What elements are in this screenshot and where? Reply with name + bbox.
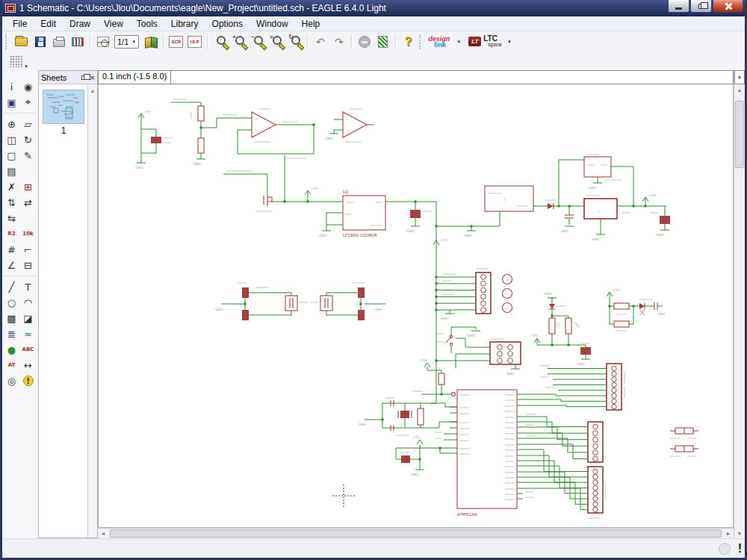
tool-delete[interactable]: ✗ — [4, 179, 19, 194]
sheet-thumbnail[interactable] — [43, 90, 84, 124]
zoom-out-button[interactable]: − — [249, 33, 266, 50]
stop-button[interactable] — [356, 33, 373, 50]
horizontal-scroll-thumb[interactable] — [110, 529, 722, 538]
tool-show[interactable]: ◉ — [20, 79, 36, 94]
undo-button[interactable]: ↶ — [311, 33, 329, 50]
tool-gateswap[interactable]: ⇆ — [4, 211, 19, 225]
menu-item-view[interactable]: View — [97, 17, 130, 31]
tool-errors[interactable]: ! — [20, 373, 36, 388]
ltc-spice-button[interactable]: LT LTC spice — [466, 33, 502, 50]
tool-circle[interactable]: ○ — [4, 295, 19, 310]
vertical-scroll-thumb[interactable] — [735, 101, 744, 168]
close-panel-icon[interactable]: × — [90, 74, 95, 81]
ltc-spice-dropdown[interactable]: ▼ — [507, 40, 512, 44]
tool-mirror[interactable]: ◫ — [4, 132, 19, 147]
secondary-toolbar — [2, 52, 745, 70]
open-button[interactable] — [13, 33, 30, 50]
cam-processor-button[interactable] — [69, 33, 86, 50]
menu-item-help[interactable]: Help — [295, 17, 327, 31]
tool-value[interactable]: 10k — [20, 226, 36, 241]
scroll-down-icon[interactable]: ▼ — [734, 528, 745, 538]
run-ulp-button[interactable]: ULP — [186, 33, 203, 50]
tool-text[interactable]: T — [20, 279, 36, 294]
tool-label[interactable]: ABC — [20, 342, 36, 357]
switch-to-board-button[interactable] — [94, 33, 111, 50]
horizontal-scrollbar[interactable]: ◄ ► — [98, 528, 734, 538]
tool-display[interactable]: ▣ — [4, 95, 19, 110]
tool-bus[interactable]: ≣ — [4, 326, 19, 341]
simulate-button[interactable] — [374, 33, 391, 50]
menu-item-edit[interactable]: Edit — [34, 17, 63, 31]
redo-button[interactable]: ↷ — [330, 33, 347, 50]
tool-rect[interactable]: ▩ — [4, 311, 19, 326]
horizontal-scroll-track[interactable] — [108, 529, 723, 538]
tool-paste[interactable]: ▤ — [4, 164, 19, 178]
float-panel-icon[interactable] — [81, 75, 87, 80]
command-input[interactable] — [171, 70, 734, 84]
tool-move[interactable]: ⊕ — [4, 116, 19, 131]
menu-item-window[interactable]: Window — [249, 17, 295, 31]
toolbar-drag-handle[interactable] — [5, 34, 9, 49]
u2-part: LP2985-33DBVR — [343, 233, 377, 237]
scroll-up-icon[interactable]: ▲ — [734, 84, 745, 95]
tool-attribute[interactable]: AT — [4, 358, 19, 373]
tool-change[interactable]: ✎ — [20, 148, 36, 163]
save-button[interactable] — [31, 33, 49, 50]
tool-name[interactable]: R2 — [4, 226, 19, 241]
tool-arc[interactable]: ◠ — [20, 295, 36, 310]
zoom-fit-button[interactable] — [211, 33, 229, 50]
design-link-button[interactable]: design link — [427, 33, 451, 50]
close-button[interactable] — [713, 0, 743, 13]
tool-net[interactable]: ≈ — [20, 326, 36, 341]
scroll-left-icon[interactable]: ◄ — [98, 529, 108, 538]
scroll-up-icon: ▲ — [90, 88, 96, 93]
scroll-right-icon[interactable]: ► — [723, 529, 734, 538]
palette-spacer — [20, 164, 36, 178]
minimize-button[interactable] — [668, 0, 689, 13]
tool-add[interactable]: ⊞ — [20, 179, 36, 194]
tool-wire[interactable]: ╱ — [4, 279, 19, 294]
sheets-panel-scrollbar[interactable]: ▲ — [87, 84, 97, 538]
vertical-scrollbar[interactable]: ▼ ▲ ▼ — [734, 70, 745, 538]
menu-item-draw[interactable]: Draw — [63, 17, 97, 31]
tool-smash[interactable]: # — [4, 242, 19, 257]
menu-item-tools[interactable]: Tools — [130, 17, 164, 31]
sheets-panel-body: 1 ▲ — [39, 84, 97, 538]
grid-settings-button[interactable] — [10, 55, 23, 67]
zoom-redraw-button[interactable]: ↻ — [286, 33, 303, 50]
help-button[interactable]: ? — [400, 33, 417, 50]
tool-copy[interactable]: ▱ — [20, 116, 36, 131]
tool-info[interactable]: i — [4, 79, 19, 94]
library-books-icon — [144, 37, 158, 47]
restore-button[interactable] — [690, 0, 712, 13]
tool-invoke[interactable]: ⊟ — [20, 258, 36, 273]
menu-item-options[interactable]: Options — [205, 17, 249, 31]
use-library-button[interactable] — [142, 33, 159, 50]
tool-mark[interactable]: ⌖ — [20, 95, 36, 110]
menu-item-library[interactable]: Library — [164, 17, 205, 31]
tool-group[interactable]: ▢ — [4, 148, 19, 163]
tool-miter[interactable]: ⌐ — [20, 242, 36, 257]
tool-rotate[interactable]: ↻ — [20, 132, 36, 147]
svg-text:+: + — [506, 293, 509, 296]
tool-split[interactable]: ∠ — [4, 258, 19, 273]
tool-pinswap[interactable]: ⇅ — [4, 195, 19, 210]
vertical-scroll-track[interactable] — [734, 95, 745, 528]
command-dropdown[interactable]: ▼ — [734, 70, 745, 84]
sheet-selector[interactable]: 1/1 ▼ — [114, 35, 139, 49]
toolbar-drag-handle[interactable] — [419, 34, 423, 49]
zoom-in-button[interactable]: + — [230, 33, 247, 50]
zoom-select-button[interactable]: = — [267, 33, 285, 50]
print-button[interactable] — [50, 33, 67, 50]
error-indicator: ! — [738, 542, 742, 556]
tool-replace[interactable]: ⇄ — [20, 195, 36, 210]
design-link-dropdown[interactable]: ▼ — [456, 40, 461, 44]
tool-junction[interactable]: ● — [4, 342, 19, 357]
schematic-canvas[interactable]: +5V GND — [98, 84, 734, 528]
run-script-button[interactable]: SCR — [167, 33, 185, 50]
menu-item-file[interactable]: File — [6, 17, 34, 31]
tool-erc[interactable]: ◎ — [4, 373, 19, 388]
tool-dimension[interactable]: ↔ — [20, 358, 36, 373]
svg-text:GND: GND — [406, 229, 415, 233]
tool-polygon[interactable]: ◪ — [20, 311, 36, 326]
